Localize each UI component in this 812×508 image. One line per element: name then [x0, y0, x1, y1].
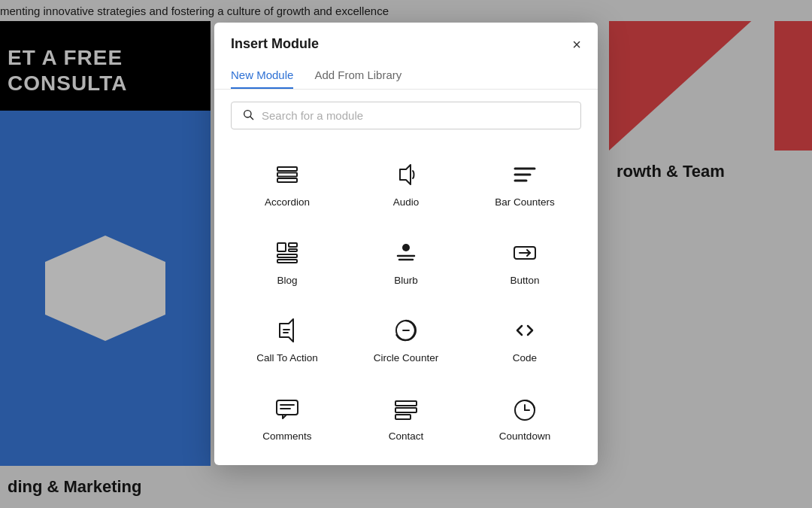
module-grid-container: Accordion Audio	[214, 141, 598, 465]
comments-label: Comments	[262, 430, 311, 443]
svg-rect-3	[277, 173, 297, 177]
blurb-icon	[392, 239, 420, 266]
modal-overlay: Insert Module × New Module Add From Libr…	[0, 0, 812, 508]
accordion-icon	[274, 161, 301, 188]
module-item-blurb[interactable]: Blurb	[350, 226, 462, 298]
modal-title: Insert Module	[231, 36, 319, 52]
modal-search-area	[214, 90, 598, 141]
module-item-button[interactable]: Button	[468, 226, 581, 298]
svg-rect-29	[395, 415, 411, 419]
module-item-contact[interactable]: Contact	[350, 382, 462, 454]
code-icon	[511, 317, 538, 344]
module-item-accordion[interactable]: Accordion	[231, 148, 344, 220]
svg-point-14	[402, 244, 410, 251]
modal-tabs: New Module Add From Library	[214, 62, 598, 90]
insert-module-modal: Insert Module × New Module Add From Libr…	[214, 23, 598, 465]
tab-new-module[interactable]: New Module	[231, 62, 293, 89]
circle-counter-icon	[392, 317, 420, 344]
module-item-comments[interactable]: Comments	[231, 382, 344, 454]
search-input[interactable]	[262, 109, 570, 122]
call-to-action-icon	[274, 317, 301, 344]
svg-rect-10	[289, 243, 297, 247]
contact-icon	[392, 395, 420, 422]
circle-counter-label: Circle Counter	[374, 351, 438, 365]
audio-icon	[392, 161, 420, 188]
module-item-blog[interactable]: Blog	[231, 226, 344, 298]
module-grid: Accordion Audio	[231, 148, 581, 453]
contact-label: Contact	[389, 430, 424, 443]
blurb-label: Blurb	[394, 274, 418, 287]
svg-line-1	[250, 117, 253, 120]
call-to-action-label: Call To Action	[256, 351, 318, 365]
modal-close-button[interactable]: ×	[572, 37, 581, 52]
countdown-label: Countdown	[499, 430, 550, 443]
module-item-code[interactable]: Code	[468, 303, 581, 376]
module-item-bar-counters[interactable]: Bar Counters	[468, 148, 581, 220]
button-label: Button	[510, 274, 539, 287]
svg-rect-9	[277, 243, 286, 251]
bar-counters-label: Bar Counters	[495, 196, 555, 209]
svg-rect-2	[277, 167, 297, 171]
audio-label: Audio	[393, 196, 420, 209]
code-label: Code	[513, 351, 537, 365]
button-icon	[511, 239, 538, 266]
svg-rect-27	[395, 401, 417, 406]
svg-rect-13	[277, 260, 297, 263]
search-icon	[242, 108, 254, 123]
module-item-circle-counter[interactable]: Circle Counter	[350, 303, 462, 376]
blog-icon	[274, 239, 301, 266]
comments-icon	[274, 395, 301, 422]
module-item-audio[interactable]: Audio	[350, 148, 462, 220]
module-item-call-to-action[interactable]: Call To Action	[231, 303, 344, 376]
search-wrapper	[231, 102, 581, 129]
blog-label: Blog	[277, 274, 297, 287]
tab-add-from-library[interactable]: Add From Library	[314, 62, 401, 89]
svg-marker-5	[400, 165, 411, 184]
svg-rect-11	[289, 249, 297, 251]
bar-counters-icon	[511, 161, 538, 188]
modal-header: Insert Module ×	[214, 23, 598, 62]
svg-rect-24	[277, 400, 298, 415]
svg-marker-19	[280, 319, 293, 342]
countdown-icon	[511, 395, 538, 422]
svg-rect-4	[277, 178, 297, 182]
svg-rect-28	[395, 408, 417, 412]
module-item-countdown[interactable]: Countdown	[468, 382, 581, 454]
accordion-label: Accordion	[265, 196, 310, 209]
svg-rect-12	[277, 254, 297, 257]
